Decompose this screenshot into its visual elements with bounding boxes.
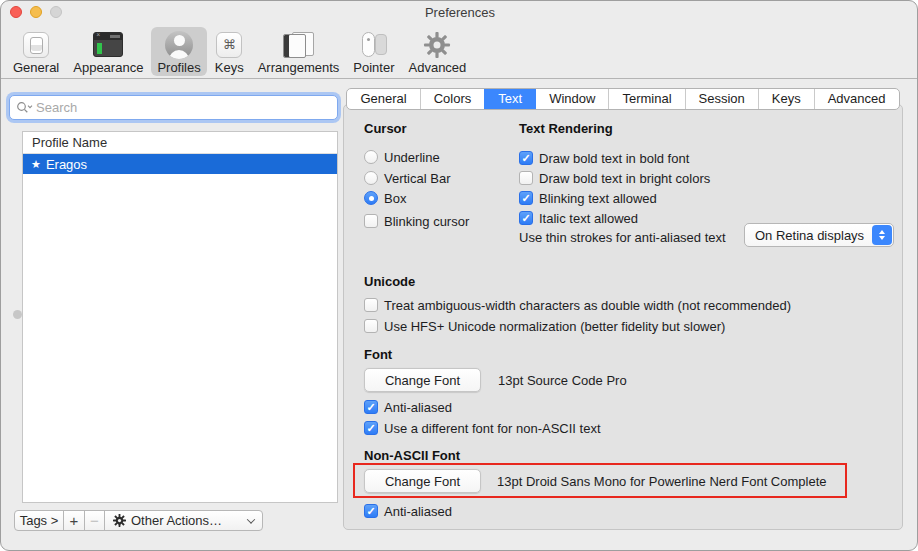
radio-box[interactable]: Box: [364, 189, 406, 207]
checkbox-italic-text[interactable]: ✓ Italic text allowed: [519, 209, 638, 227]
other-actions-dropdown[interactable]: Other Actions…: [104, 510, 263, 531]
toolbar-item-advanced[interactable]: Advanced: [403, 27, 473, 76]
remove-profile-button: −: [84, 510, 105, 531]
profile-row-eragos[interactable]: ★ Eragos: [23, 154, 337, 174]
change-non-ascii-font-button[interactable]: Change Font: [364, 469, 481, 493]
tab-advanced[interactable]: Advanced: [814, 89, 899, 109]
radio-vertical-bar[interactable]: Vertical Bar: [364, 169, 450, 187]
other-actions-label: Other Actions…: [131, 513, 222, 528]
toolbar-item-profiles[interactable]: Profiles: [151, 27, 206, 76]
toolbar-label: Advanced: [409, 60, 467, 75]
preferences-window: Preferences General × Appearance Profile…: [0, 0, 918, 551]
gear-icon: [113, 514, 126, 527]
profile-name: Eragos: [46, 157, 87, 172]
toolbar-label: Profiles: [157, 60, 200, 75]
tab-window[interactable]: Window: [535, 89, 608, 109]
non-ascii-section-title: Non-ASCII Font: [364, 448, 460, 463]
checkbox-label: Blinking cursor: [384, 214, 469, 229]
splitter-handle[interactable]: [13, 310, 22, 319]
checkbox-blinking-text[interactable]: ✓ Blinking text allowed: [519, 189, 657, 207]
radio-underline[interactable]: Underline: [364, 148, 440, 166]
checkbox-label: Anti-aliased: [384, 400, 452, 415]
non-ascii-font-value: 13pt Droid Sans Mono for Powerline Nerd …: [497, 474, 827, 489]
search-input[interactable]: [36, 100, 331, 115]
checkbox-label: Draw bold text in bright colors: [539, 171, 710, 186]
tab-bar: General Colors Text Window Terminal Sess…: [343, 88, 903, 110]
thin-strokes-select[interactable]: On Retina displays: [744, 223, 894, 247]
radio-label: Box: [384, 191, 406, 206]
toolbar-item-general[interactable]: General: [7, 27, 65, 76]
font-section-title: Font: [364, 347, 392, 362]
add-profile-button[interactable]: +: [63, 510, 85, 531]
advanced-gear-icon: [423, 30, 451, 59]
tab-keys[interactable]: Keys: [758, 89, 814, 109]
tab-text[interactable]: Text: [484, 89, 535, 109]
toolbar: General × Appearance Profiles ⌘ Keys Arr…: [1, 23, 918, 79]
profile-list: Profile Name ★ Eragos: [22, 131, 338, 503]
selected-option: On Retina displays: [755, 228, 864, 243]
pointer-mouse-icon: [359, 30, 389, 59]
checkbox[interactable]: ✓: [364, 298, 378, 312]
toolbar-label: Keys: [215, 60, 244, 75]
arrangements-windows-icon: [283, 30, 314, 59]
radio-label: Underline: [384, 150, 440, 165]
checkbox-ambiguous-width[interactable]: ✓ Treat ambiguous-width characters as do…: [364, 296, 791, 314]
checkbox-non-ascii-font[interactable]: ✓ Use a different font for non-ASCII tex…: [364, 419, 601, 437]
stepper-arrows-icon: [872, 225, 892, 245]
checkbox[interactable]: ✓: [364, 421, 378, 435]
checkbox[interactable]: ✓: [364, 214, 378, 228]
checkbox-label: Treat ambiguous-width characters as doub…: [384, 298, 791, 313]
checkbox-non-ascii-antialiased[interactable]: ✓ Anti-aliased: [364, 502, 452, 520]
checkbox[interactable]: ✓: [519, 191, 533, 205]
checkbox-label: Use a different font for non-ASCII text: [384, 421, 601, 436]
toolbar-item-pointer[interactable]: Pointer: [347, 27, 400, 76]
profile-list-header: Profile Name: [23, 132, 337, 154]
checkbox-bright-colors[interactable]: ✓ Draw bold text in bright colors: [519, 169, 710, 187]
cursor-section-title: Cursor: [364, 121, 407, 136]
checkbox[interactable]: ✓: [364, 504, 378, 518]
radio-button[interactable]: [364, 191, 378, 205]
checkbox[interactable]: ✓: [519, 151, 533, 165]
checkbox-label: Italic text allowed: [539, 211, 638, 226]
font-value: 13pt Source Code Pro: [498, 373, 627, 388]
titlebar: Preferences: [1, 1, 918, 23]
window-title: Preferences: [1, 5, 918, 20]
tab-session[interactable]: Session: [685, 89, 758, 109]
chevron-down-icon: [247, 515, 255, 523]
checkbox-label: Anti-aliased: [384, 504, 452, 519]
toolbar-item-arrangements[interactable]: Arrangements: [252, 27, 346, 76]
radio-button[interactable]: [364, 150, 378, 164]
checkbox[interactable]: ✓: [364, 400, 378, 414]
checkbox-label: Use HFS+ Unicode normalization (better f…: [384, 319, 725, 334]
profile-list-footer: Tags > + −: [14, 510, 263, 531]
search-field[interactable]: [9, 95, 338, 120]
checkbox[interactable]: ✓: [364, 319, 378, 333]
change-font-button[interactable]: Change Font: [364, 368, 481, 392]
toolbar-item-appearance[interactable]: × Appearance: [67, 27, 149, 76]
checkbox-label: Draw bold text in bold font: [539, 151, 689, 166]
checkbox-blinking-cursor[interactable]: ✓ Blinking cursor: [364, 212, 469, 230]
toolbar-label: Appearance: [73, 60, 143, 75]
tab-general[interactable]: General: [347, 89, 419, 109]
tags-button[interactable]: Tags >: [14, 510, 64, 531]
toolbar-item-keys[interactable]: ⌘ Keys: [209, 27, 250, 76]
checkbox-hfs-normalization[interactable]: ✓ Use HFS+ Unicode normalization (better…: [364, 317, 725, 335]
radio-button[interactable]: [364, 171, 378, 185]
thin-strokes-label: Use thin strokes for anti-aliased text: [519, 230, 726, 245]
checkbox[interactable]: ✓: [519, 211, 533, 225]
toolbar-label: Arrangements: [258, 60, 340, 75]
tab-colors[interactable]: Colors: [420, 89, 485, 109]
default-profile-star-icon: ★: [31, 158, 41, 171]
thin-strokes-row: Use thin strokes for anti-aliased text: [519, 228, 726, 246]
checkbox-label: Blinking text allowed: [539, 191, 657, 206]
tab-terminal[interactable]: Terminal: [608, 89, 684, 109]
toolbar-label: Pointer: [353, 60, 394, 75]
checkbox[interactable]: ✓: [519, 171, 533, 185]
search-icon: [16, 101, 33, 114]
checkbox-antialiased[interactable]: ✓ Anti-aliased: [364, 398, 452, 416]
unicode-section-title: Unicode: [364, 274, 415, 289]
toolbar-label: General: [13, 60, 59, 75]
radio-label: Vertical Bar: [384, 171, 450, 186]
checkbox-bold-font[interactable]: ✓ Draw bold text in bold font: [519, 149, 689, 167]
text-rendering-section-title: Text Rendering: [519, 121, 613, 136]
